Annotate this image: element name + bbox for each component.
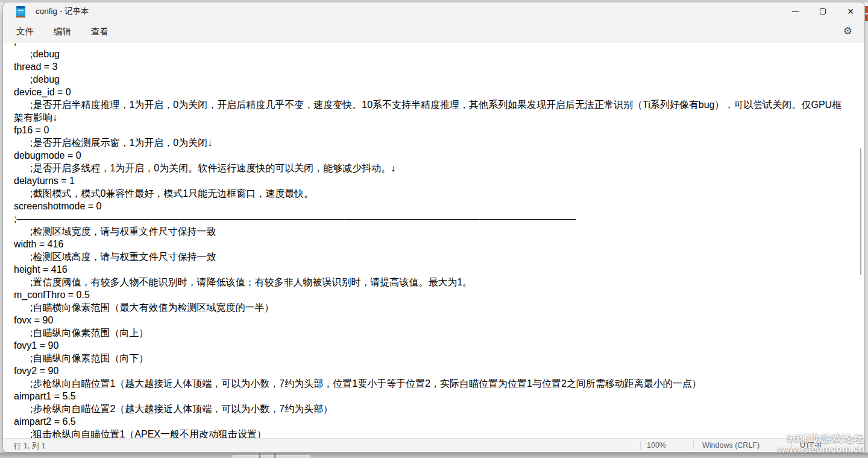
- editor-line: ;———————————————————————————————————————…: [14, 212, 843, 225]
- editor-line: ;检测区域宽度，请与权重文件尺寸保持一致: [14, 225, 843, 238]
- editor-line: ,: [14, 43, 843, 48]
- close-icon: ✕: [847, 7, 854, 16]
- menu-bar: 文件 编辑 查看 ⚙: [3, 21, 864, 43]
- editor-line: ;自瞄横向像素范围（最大有效值为检测区域宽度的一半）: [14, 301, 843, 314]
- close-button[interactable]: ✕: [837, 2, 864, 21]
- editor-line: fovy1 = 90: [14, 339, 843, 352]
- background-taskbar-item: [232, 455, 310, 458]
- menu-view[interactable]: 查看: [84, 23, 116, 40]
- editor-line: delayturns = 1: [14, 174, 843, 187]
- editor-line: fovy2 = 90: [14, 364, 843, 377]
- editor-line: height = 416: [14, 263, 843, 276]
- editor-line: ;步枪纵向自瞄位置2（越大越接近人体顶端，可以为小数，7约为头部）: [14, 402, 843, 415]
- minimize-button[interactable]: [781, 2, 809, 21]
- status-zoom-level: 100%: [647, 441, 666, 450]
- maximize-icon: [820, 8, 826, 14]
- forum-watermark: 96辅助游戏论坛 www.steamcom.cn: [778, 433, 864, 455]
- editor-line: ;自瞄纵向像素范围（向下）: [14, 352, 843, 364]
- watermark-line2: www.steamcom.cn: [778, 444, 864, 455]
- editor-line: aimpart2 = 6.5: [14, 415, 843, 428]
- vertical-scrollbar[interactable]: [860, 148, 861, 275]
- title-bar[interactable]: config - 记事本 ✕: [3, 2, 864, 21]
- editor-line: fovx = 90: [14, 314, 843, 326]
- watermark-line1: 96辅助游戏论坛: [778, 433, 864, 444]
- background-window-peek: [865, 6, 868, 13]
- menu-file[interactable]: 文件: [9, 23, 41, 40]
- status-bar: 行 1, 列 1 100% Windows (CRLF) UTF-8: [3, 438, 864, 452]
- editor-line: ;debug: [14, 73, 843, 86]
- text-editor[interactable]: ,;debugthread = 3;debugdevice_id = 0;是否开…: [3, 43, 864, 438]
- caption-buttons: ✕: [781, 2, 864, 21]
- status-divider: [640, 441, 641, 450]
- editor-line: screenshotmode = 0: [14, 200, 843, 212]
- editor-line: ;是否开启检测展示窗，1为开启，0为关闭↓: [14, 136, 843, 149]
- status-line-ending: Windows (CRLF): [702, 441, 760, 450]
- notepad-icon: [16, 6, 25, 17]
- editor-lines: ,;debugthread = 3;debugdevice_id = 0;是否开…: [3, 43, 864, 438]
- editor-line: ;置信度阈值，有较多人物不能识别时，请降低该值；有较多非人物被误识别时，请提高该…: [14, 276, 843, 288]
- background-divider: [274, 453, 275, 458]
- editor-line: ;狙击枪纵向自瞄位置1（APEX一般不用改动狙击设置）: [14, 428, 843, 438]
- background-bottom-strip: [0, 453, 868, 458]
- editor-line: thread = 3: [14, 60, 843, 73]
- status-cursor-position: 行 1, 列 1: [14, 441, 46, 451]
- editor-line: m_confThro = 0.5: [14, 288, 843, 301]
- background-divider: [259, 453, 260, 458]
- editor-line: device_id = 0: [14, 86, 843, 98]
- background-window-peek: [865, 14, 868, 21]
- editor-line: width = 416: [14, 238, 843, 250]
- settings-gear-icon[interactable]: ⚙: [843, 26, 852, 36]
- editor-line: ;截图模式，模式0兼容性最好，模式1只能无边框窗口，速度最快。: [14, 187, 843, 200]
- editor-line: aimpart1 = 5.5: [14, 390, 843, 402]
- minimize-icon: [792, 11, 799, 12]
- window-title: config - 记事本: [36, 6, 89, 17]
- menu-edit[interactable]: 编辑: [46, 23, 78, 40]
- editor-line: ;自瞄纵向像素范围（向上）: [14, 326, 843, 339]
- notepad-window: config - 记事本 ✕ 文件 编辑 查看 ⚙ ,;debugthread …: [2, 2, 865, 453]
- editor-line: ;是否开启半精度推理，1为开启，0为关闭，开启后精度几乎不变，速度变快。10系不…: [14, 98, 843, 124]
- editor-line: fp16 = 0: [14, 124, 843, 136]
- editor-line: ;检测区域高度，请与权重文件尺寸保持一致: [14, 250, 843, 263]
- status-divider: [693, 441, 694, 450]
- maximize-button[interactable]: [809, 2, 837, 21]
- editor-line: ;步枪纵向自瞄位置1（越大越接近人体顶端，可以为小数，7约为头部，位置1要小于等…: [14, 377, 843, 390]
- editor-line: ;debug: [14, 48, 843, 60]
- editor-line: debugmode = 0: [14, 149, 843, 162]
- editor-line: ;是否开启多线程，1为开启，0为关闭。软件运行速度快的可以关闭，能够减少抖动。↓: [14, 162, 843, 174]
